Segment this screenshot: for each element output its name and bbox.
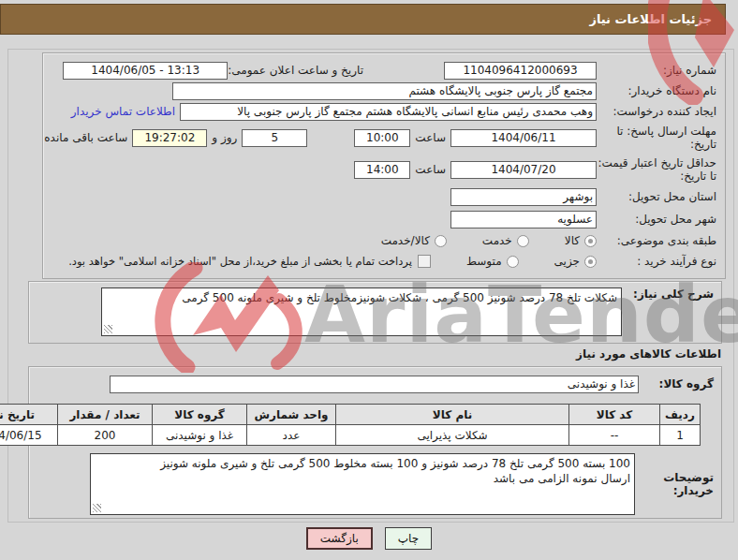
radio-icon [435,235,447,247]
request-creator-input[interactable]: وهب محمدی رئیس منابع انسانی پالایشگاه هش… [180,103,597,121]
goods-table: ردیف کد کالا نام کالا واحد شمارش گروه کا… [0,404,701,446]
price-validity-hour-label: ساعت [415,163,446,176]
goods-group-input[interactable]: غذا و نوشیدنی [110,376,639,393]
buyer-org-input[interactable]: مجتمع گاز پارس جنوبی پالایشگاه هشتم [172,82,597,100]
col-header-qty: تعداد / مقدار [58,405,153,425]
row-need-number: شماره نیاز: 1104096412000693 تاریخ و ساع… [52,60,716,81]
row-goods-group: گروه کالا: غذا و نوشیدنی [37,373,714,395]
cell-unit: عدد [247,425,336,446]
row-reply-deadline: مهلت ارسال پاسخ: تا تاریخ: 1404/06/11 سا… [52,122,716,154]
remaining-days-input[interactable]: 5 [242,129,307,147]
back-button[interactable]: بازگشت [306,527,373,550]
subject-class-label: طبقه بندی موضوعی: [597,234,716,247]
radio-option-medium[interactable]: متوسط [466,255,519,268]
province-input[interactable]: بوشهر [450,188,597,206]
general-desc-textarea[interactable]: شکلات تلخ 78 درصد شونیز 500 گرمی ، شکلات… [101,287,622,336]
goods-group-label: گروه کالا: [639,377,714,391]
reply-deadline-date-input[interactable]: 1404/06/11 [450,129,597,147]
page-title: جزئیات اطلاعات نیاز [0,4,726,35]
need-number-input[interactable]: 1104096412000693 [444,62,597,80]
price-validity-label: حداقل تاریخ اعتبار قیمت: تا تاریخ: [597,156,716,183]
goods-table-header-row: ردیف کد کالا نام کالا واحد شمارش گروه کا… [0,405,701,425]
row-city: شهر محل تحویل: عسلویه [52,208,716,230]
process-type-label: نوع فرآیند خرید : [597,255,716,268]
row-process-type: نوع فرآیند خرید : جزیی متوسط پرداخت تمام… [52,251,716,272]
buyer-notes-label: توضیحات خریدار: [637,471,714,497]
col-header-unit: واحد شمارش [247,405,336,425]
treasury-checkbox[interactable] [418,255,431,268]
province-label: استان محل تحویل: [597,190,716,203]
need-info-group: شماره نیاز: 1104096412000693 تاریخ و ساع… [42,52,726,279]
cell-item-code: -- [569,425,660,446]
radio-option-goods-service[interactable]: کالا/خدمت [381,234,447,247]
remaining-time-value: 19:27:02 [132,129,207,147]
cell-item-name: شکلات پذیرایی [336,425,569,446]
col-header-group: گروه کالا [153,405,247,425]
table-row[interactable]: 1 -- شکلات پذیرایی عدد غذا و نوشیدنی 200… [0,425,701,446]
row-buyer-notes: توضیحات خریدار: 100 بسته 500 گرمی تلخ 78… [37,453,714,515]
radio-option-service-label: خدمت [482,234,512,247]
cell-qty: 200 [58,425,153,446]
resize-grip-icon[interactable] [104,325,112,333]
radio-option-goods-label: کالا [565,234,580,247]
remaining-time-label: ساعت باقی مانده [44,131,127,144]
radio-icon [517,235,529,247]
city-label: شهر محل تحویل: [597,213,716,226]
buyer-contact-link[interactable]: اطلاعات تماس خریدار [71,105,175,118]
col-header-date: تاریخ نیاز [0,405,58,425]
radio-option-goods-service-label: کالا/خدمت [381,234,430,247]
buyer-org-label: نام دستگاه خریدار: [597,84,716,97]
goods-section-title: اطلاعات کالاهای مورد نیاز [576,347,721,361]
cell-row-number: 1 [660,425,701,446]
radio-option-minor[interactable]: جزیی [554,255,597,268]
footer-buttons: چاپ بازگشت [0,527,738,550]
general-desc-text: شکلات تلخ 78 درصد شونیز 500 گرمی ، شکلات… [106,290,617,305]
col-header-row: ردیف [660,405,701,425]
cell-group: غذا و نوشیدنی [153,425,247,446]
buyer-notes-line-1: 100 بسته 500 گرمی تلخ 78 درصد شونیز و 10… [95,456,630,471]
announce-datetime-label: تاریخ و ساعت اعلان عمومی: [228,64,363,77]
goods-info-group: گروه کالا: غذا و نوشیدنی ردیف کد کالا نا… [28,366,722,519]
reply-deadline-label: مهلت ارسال پاسخ: تا تاریخ: [597,125,716,151]
need-number-label: شماره نیاز: [597,64,716,77]
row-price-validity: حداقل تاریخ اعتبار قیمت: تا تاریخ: 1404/… [52,154,716,185]
row-province: استان محل تحویل: بوشهر [52,185,716,208]
cell-date: 1404/06/15 [0,425,58,446]
remaining-days-label: روز و [212,131,237,144]
radio-option-minor-label: جزیی [554,255,580,268]
request-creator-label: ایجاد کننده درخواست: [597,105,716,118]
announce-datetime-input[interactable]: 1404/06/05 - 13:13 [63,62,228,80]
price-validity-time-input[interactable]: 14:00 [354,161,410,179]
radio-option-medium-label: متوسط [466,255,502,268]
city-input[interactable]: عسلویه [450,211,597,228]
treasury-option[interactable]: پرداخت تمام یا بخشی از مبلغ خرید،از محل … [68,255,431,268]
print-button[interactable]: چاپ [385,527,432,550]
radio-icon [507,256,519,268]
row-buyer-org: نام دستگاه خریدار: مجتمع گاز پارس جنوبی … [52,81,716,101]
general-desc-label: شرح کلی نیاز: [627,287,714,301]
reply-deadline-hour-label: ساعت [415,131,446,144]
radio-selected-icon [584,256,597,268]
general-desc-group: شرح کلی نیاز: شکلات تلخ 78 درصد شونیز 50… [28,281,722,344]
treasury-note: پرداخت تمام یا بخشی از مبلغ خرید،از محل … [68,255,412,268]
radio-option-goods[interactable]: کالا [565,234,597,247]
radio-selected-icon [584,235,597,247]
reply-deadline-time-input[interactable]: 10:00 [354,129,410,147]
row-subject-class: طبقه بندی موضوعی: کالا خدمت کالا/خدمت [52,230,716,251]
price-validity-date-input[interactable]: 1404/07/20 [450,161,597,179]
col-header-name: نام کالا [336,405,569,425]
radio-option-service[interactable]: خدمت [482,234,529,247]
col-header-code: کد کالا [569,405,660,425]
row-request-creator: ایجاد کننده درخواست: وهب محمدی رئیس مناب… [52,101,716,122]
buyer-notes-line-2: ارسال نمونه الزامی می باشد [95,471,630,486]
resize-grip-icon[interactable] [93,504,101,512]
buyer-notes-textarea[interactable]: 100 بسته 500 گرمی تلخ 78 درصد شونیز و 10… [90,453,635,515]
